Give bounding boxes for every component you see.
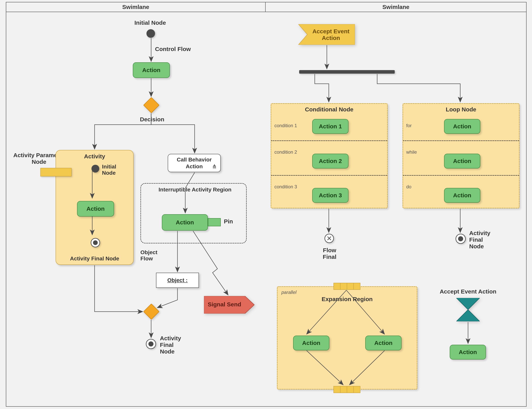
- edges-left: [6, 2, 266, 407]
- edges-right: [265, 2, 527, 407]
- activity-diagram: Swimlane Swimlane Initial Node Control F…: [0, 0, 532, 409]
